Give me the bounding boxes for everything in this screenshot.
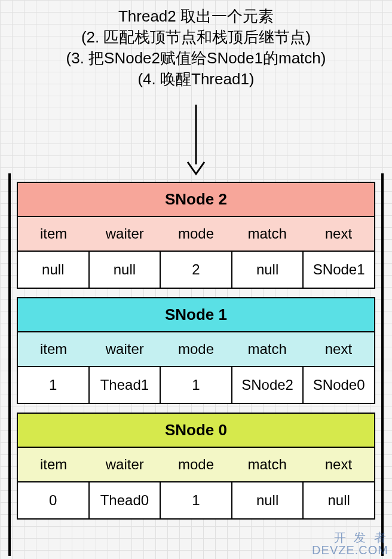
snode-0-value-row: 0 Thead0 1 null null [18, 482, 374, 518]
col-mode: mode [160, 448, 231, 481]
snode-1-value-row: 1 Thead1 1 SNode2 SNode0 [18, 367, 374, 403]
snode-2-waiter: null [90, 252, 161, 288]
snode-1-waiter: Thead1 [90, 367, 161, 403]
snode-1-item: 1 [18, 367, 90, 403]
snode-0-item: 0 [18, 482, 90, 518]
col-mode: mode [160, 332, 231, 366]
snode-0-mode: 1 [161, 482, 232, 518]
col-item: item [18, 332, 89, 366]
col-match: match [232, 217, 303, 251]
snode-0-title: SNode 0 [18, 414, 374, 448]
snode-2-value-row: null null 2 null SNode1 [18, 252, 374, 288]
snode-1-mode: 1 [161, 367, 232, 403]
col-item: item [18, 448, 89, 481]
col-item: item [18, 217, 89, 251]
snode-2-header-row: item waiter mode match next [18, 217, 374, 252]
col-mode: mode [160, 217, 231, 251]
snode-1: SNode 1 item waiter mode match next 1 Th… [17, 297, 375, 404]
snode-0-header-row: item waiter mode match next [18, 448, 374, 482]
snode-1-title: SNode 1 [18, 298, 374, 332]
snode-2-mode: 2 [161, 252, 232, 288]
caption-block: Thread2 取出一个元素 (2. 匹配栈顶节点和栈顶后继节点) (3. 把S… [0, 0, 392, 90]
caption-line-4: (4. 唤醒Thread1) [0, 69, 392, 90]
caption-line-3: (3. 把SNode2赋值给SNode1的match) [0, 48, 392, 69]
col-waiter: waiter [89, 448, 160, 481]
caption-line-2: (2. 匹配栈顶节点和栈顶后继节点) [0, 27, 392, 48]
snode-0-match: null [232, 482, 304, 518]
snode-0: SNode 0 item waiter mode match next 0 Th… [17, 413, 375, 520]
col-next: next [303, 448, 374, 481]
col-match: match [232, 332, 303, 366]
snode-1-next: SNode0 [304, 367, 374, 403]
snode-2-item: null [18, 252, 90, 288]
col-next: next [303, 217, 374, 251]
col-waiter: waiter [89, 217, 160, 251]
col-next: next [303, 332, 374, 366]
snode-2: SNode 2 item waiter mode match next null… [17, 182, 375, 289]
caption-line-1: Thread2 取出一个元素 [0, 6, 392, 27]
snode-1-header-row: item waiter mode match next [18, 332, 374, 367]
snode-1-match: SNode2 [232, 367, 304, 403]
col-waiter: waiter [89, 332, 160, 366]
snode-2-next: SNode1 [304, 252, 374, 288]
snode-0-waiter: Thead0 [90, 482, 161, 518]
snode-0-next: null [304, 482, 374, 518]
snode-2-match: null [232, 252, 304, 288]
arrow-down-icon [184, 105, 208, 179]
col-match: match [232, 448, 303, 481]
stack-container: SNode 2 item waiter mode match next null… [8, 173, 384, 556]
snode-2-title: SNode 2 [18, 183, 374, 217]
